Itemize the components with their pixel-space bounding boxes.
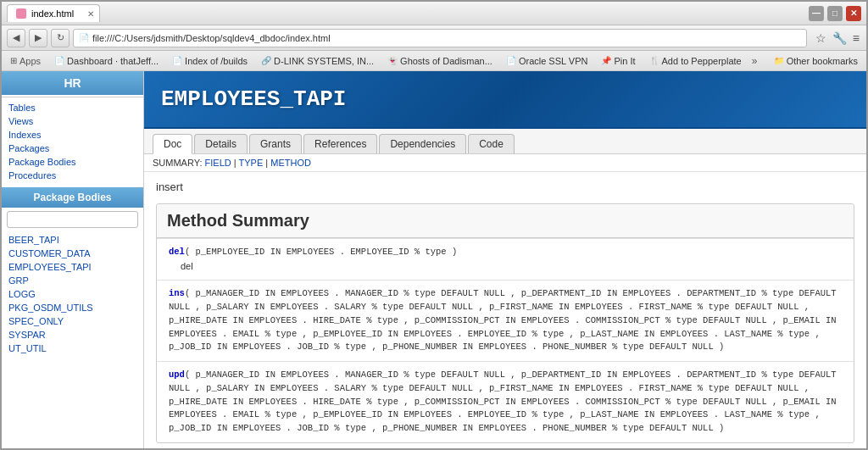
sidebar-search-input[interactable] xyxy=(7,211,138,228)
tab-code[interactable]: Code xyxy=(468,134,515,153)
sidebar: HR Tables Views Indexes Packages Package… xyxy=(2,71,144,448)
sidebar-item-syspar[interactable]: SYSPAR xyxy=(2,328,143,342)
forward-button[interactable]: ▶ xyxy=(29,29,47,47)
sidebar-item-employees-tapi[interactable]: EMPLOYEES_TAPI xyxy=(2,260,143,274)
content-body: insert Method Summary del( p_EMPLOYEE_ID… xyxy=(144,172,866,448)
bookmark-pinit-label: Pin It xyxy=(614,56,635,66)
bookmarks-more[interactable]: » xyxy=(752,55,758,67)
bookmark-apps-label: Apps xyxy=(19,56,41,66)
sidebar-item-indexes[interactable]: Indexes xyxy=(2,128,143,142)
method-summary-title: Method Summary xyxy=(157,204,854,238)
insert-text: insert xyxy=(156,181,854,193)
summary-link-field[interactable]: FIELD xyxy=(205,158,231,168)
tabs-bar: Doc Details Grants References Dependenci… xyxy=(144,129,866,154)
method-del-name[interactable]: del xyxy=(169,247,185,257)
bookmark-oracle[interactable]: 📄 Oracle SSL VPN xyxy=(503,54,592,68)
refresh-button[interactable]: ↻ xyxy=(51,29,70,47)
bookmark-apps[interactable]: ⊞ Apps xyxy=(7,54,44,68)
browser-tab[interactable]: index.html ✕ xyxy=(7,4,100,22)
dashboard-icon: 📄 xyxy=(54,56,64,65)
hero-header: EMPLOYEES_TAPI xyxy=(144,71,866,129)
bookmark-ghosts-label: Ghosts of Dadisman... xyxy=(400,56,492,66)
method-del-desc-text: del xyxy=(181,261,193,271)
sidebar-section-header: Package Bodies xyxy=(2,187,143,208)
bookmark-dlink-label: D-LINK SYSTEMS, IN... xyxy=(274,56,374,66)
method-ins-signature: ins( p_MANAGER_ID IN EMPLOYEES . MANAGER… xyxy=(169,287,842,354)
hero-title: EMPLOYEES_TAPI xyxy=(161,86,849,112)
tab-doc[interactable]: Doc xyxy=(153,134,192,154)
dlink-icon: 🔗 xyxy=(261,56,271,65)
title-bar: index.html ✕ — □ ✕ xyxy=(2,2,866,25)
pepperplate-icon: 🍴 xyxy=(649,56,659,65)
back-button[interactable]: ◀ xyxy=(7,29,25,47)
sidebar-item-tables[interactable]: Tables xyxy=(2,101,143,114)
sidebar-item-views[interactable]: Views xyxy=(2,114,143,128)
bookmark-pepperplate-label: Add to Pepperplate xyxy=(662,56,742,66)
bookmark-dashboard-label: Dashboard · thatJeff... xyxy=(67,56,159,66)
address-file-icon: 📄 xyxy=(79,33,89,42)
bookmark-pepperplate[interactable]: 🍴 Add to Pepperplate xyxy=(646,54,745,68)
minimize-button[interactable]: — xyxy=(809,6,824,21)
method-entry-upd: upd( p_MANAGER_ID IN EMPLOYEES . MANAGER… xyxy=(157,361,854,442)
tab-favicon xyxy=(16,8,26,19)
wrench-icon[interactable]: 🔧 xyxy=(831,30,849,47)
sidebar-package-links: BEER_TAPI CUSTOMER_DATA EMPLOYEES_TAPI G… xyxy=(2,231,143,357)
close-button[interactable]: ✕ xyxy=(846,6,861,21)
main-panel: EMPLOYEES_TAPI Doc Details Grants Refere… xyxy=(144,71,866,448)
sidebar-item-spec-only[interactable]: SPEC_ONLY xyxy=(2,314,143,328)
method-entry-ins: ins( p_MANAGER_ID IN EMPLOYEES . MANAGER… xyxy=(157,280,854,361)
sidebar-item-logg[interactable]: LOGG xyxy=(2,287,143,301)
address-text: file:///C:/Users/jdsmith/Desktop/sqldev4… xyxy=(92,33,331,43)
method-ins-name[interactable]: ins xyxy=(169,288,185,298)
bookmark-index-builds[interactable]: 📄 Index of /builds xyxy=(169,54,251,68)
sidebar-item-beer-tapi[interactable]: BEER_TAPI xyxy=(2,233,143,247)
bookmark-other[interactable]: 📁 Other bookmarks xyxy=(771,54,861,68)
star-icon[interactable]: ☆ xyxy=(814,30,828,47)
nav-right-icons: ☆ 🔧 ≡ xyxy=(814,30,861,47)
summary-link-method[interactable]: METHOD xyxy=(270,158,311,168)
tab-details[interactable]: Details xyxy=(194,134,248,153)
other-bookmarks-icon: 📁 xyxy=(774,56,784,65)
method-upd-name[interactable]: upd xyxy=(169,369,185,380)
nav-bar: ◀ ▶ ↻ 📄 file:///C:/Users/jdsmith/Desktop… xyxy=(2,25,866,51)
summary-link-type[interactable]: TYPE xyxy=(239,158,264,168)
tab-title: index.html xyxy=(31,8,74,19)
method-upd-params: ( p_MANAGER_ID IN EMPLOYEES . MANAGER_ID… xyxy=(169,369,837,433)
tab-dependencies[interactable]: Dependencies xyxy=(379,134,466,153)
bookmark-index-builds-label: Index of /builds xyxy=(185,56,248,66)
summary-label: SUMMARY: xyxy=(153,158,202,168)
summary-bar: SUMMARY: FIELD | TYPE | METHOD xyxy=(144,154,866,172)
apps-icon: ⊞ xyxy=(10,56,17,65)
ghosts-icon: 👻 xyxy=(387,56,398,65)
sidebar-item-pkg-osdm-utils[interactable]: PKG_OSDM_UTILS xyxy=(2,301,143,314)
menu-icon[interactable]: ≡ xyxy=(851,30,861,47)
index-builds-icon: 📄 xyxy=(172,56,182,65)
method-del-params: ( p_EMPLOYEE_ID IN EMPLOYEES . EMPLOYEE_… xyxy=(185,247,457,257)
tab-grants[interactable]: Grants xyxy=(249,134,302,153)
bookmark-dashboard[interactable]: 📄 Dashboard · thatJeff... xyxy=(51,54,162,68)
bookmark-dlink[interactable]: 🔗 D-LINK SYSTEMS, IN... xyxy=(258,54,377,68)
sidebar-divider-top xyxy=(2,97,143,97)
bookmark-pinit[interactable]: 📌 Pin It xyxy=(598,54,638,68)
method-upd-signature: upd( p_MANAGER_ID IN EMPLOYEES . MANAGER… xyxy=(169,369,842,436)
sidebar-item-customer-data[interactable]: CUSTOMER_DATA xyxy=(2,247,143,260)
bookmarks-bar: ⊞ Apps 📄 Dashboard · thatJeff... 📄 Index… xyxy=(2,51,866,71)
tab-references[interactable]: References xyxy=(303,134,377,153)
bookmark-ghosts[interactable]: 👻 Ghosts of Dadisman... xyxy=(384,54,496,68)
maximize-button[interactable]: □ xyxy=(827,6,843,21)
content-area: HR Tables Views Indexes Packages Package… xyxy=(2,71,866,448)
sidebar-item-package-bodies[interactable]: Package Bodies xyxy=(2,155,143,169)
sidebar-header: HR xyxy=(2,71,143,95)
method-del-desc: del xyxy=(169,259,842,274)
sidebar-item-packages[interactable]: Packages xyxy=(2,142,143,155)
address-bar[interactable]: 📄 file:///C:/Users/jdsmith/Desktop/sqlde… xyxy=(73,29,807,47)
bookmark-other-label: Other bookmarks xyxy=(787,56,858,66)
method-summary-box: Method Summary del( p_EMPLOYEE_ID IN EMP… xyxy=(156,203,854,443)
method-del-signature: del( p_EMPLOYEE_ID IN EMPLOYEES . EMPLOY… xyxy=(169,246,842,259)
tab-close-button[interactable]: ✕ xyxy=(87,9,94,19)
sidebar-item-procedures[interactable]: Procedures xyxy=(2,169,143,182)
sidebar-item-grp[interactable]: GRP xyxy=(2,274,143,287)
sidebar-main-links: Tables Views Indexes Packages Package Bo… xyxy=(2,99,143,184)
pinit-icon: 📌 xyxy=(601,56,611,65)
sidebar-item-ut-util[interactable]: UT_UTIL xyxy=(2,342,143,355)
